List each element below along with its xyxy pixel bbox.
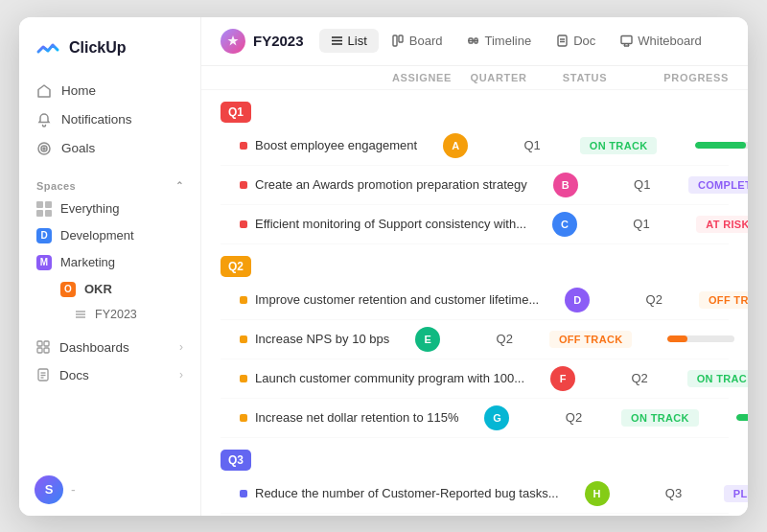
- svg-rect-9: [44, 348, 49, 353]
- tab-doc-label: Doc: [573, 34, 595, 48]
- tab-doc[interactable]: Doc: [545, 29, 607, 53]
- docs-chevron: ›: [179, 368, 183, 382]
- space-label-marketing: Marketing: [60, 255, 115, 269]
- table-row[interactable]: Reduce the number of Customer-Reported b…: [221, 474, 729, 514]
- sidebar-nav: Home Notifications Goals: [19, 73, 200, 167]
- list-icon: [75, 309, 86, 320]
- topbar: FY2023 List Board: [201, 17, 748, 66]
- whiteboard-tab-icon: [620, 35, 633, 47]
- avatar: E: [415, 327, 440, 352]
- task-text: Improve customer retention and customer …: [255, 292, 539, 307]
- task-name-cell: Reduce the number of Customer-Reported b…: [240, 486, 559, 500]
- sidebar-item-dashboards[interactable]: Dashboards ›: [27, 334, 193, 361]
- list-tab-icon: [331, 35, 343, 47]
- assignee-cell: H: [559, 481, 636, 506]
- header-assignee: ASSIGNEE: [384, 72, 460, 83]
- marketing-icon: M: [36, 255, 52, 270]
- tab-board[interactable]: Board: [381, 29, 454, 53]
- progress-fill: [736, 414, 748, 421]
- status-badge: OFF TRACK: [549, 331, 633, 348]
- sidebar-item-goals[interactable]: Goals: [27, 134, 193, 163]
- task-dot: [240, 490, 247, 497]
- status-cell: ON TRACK: [570, 137, 666, 154]
- avatar: F: [550, 366, 575, 391]
- sidebar: ClickUp Home Notifications: [19, 17, 201, 516]
- dashboards-chevron: ›: [179, 340, 183, 354]
- space-item-everything[interactable]: Everything: [27, 196, 193, 222]
- status-badge: ON TRACK: [621, 409, 699, 427]
- space-label-development: Development: [60, 228, 134, 243]
- sidebar-label-goals: Goals: [61, 141, 95, 155]
- tab-whiteboard[interactable]: Whiteboard: [609, 29, 712, 53]
- user-avatar-section: S -: [19, 464, 200, 516]
- task-name-cell: Improve customer retention and customer …: [240, 292, 539, 307]
- task-text: Increase NPS by 10 bps: [255, 332, 389, 346]
- tab-timeline-label: Timeline: [484, 34, 531, 48]
- task-dot: [240, 142, 247, 150]
- topbar-title-text: FY2023: [253, 33, 304, 49]
- development-icon: D: [36, 228, 52, 243]
- tab-timeline[interactable]: Timeline: [455, 29, 543, 53]
- quarter-badge-q1: Q1: [221, 102, 251, 123]
- task-name-cell: Launch customer community program with 1…: [240, 371, 524, 385]
- quarter-cell: Q2: [535, 410, 612, 425]
- tab-whiteboard-label: Whiteboard: [638, 34, 701, 48]
- user-avatar[interactable]: S: [35, 475, 63, 504]
- sidebar-label-home: Home: [61, 83, 96, 98]
- quarter-cell: Q1: [494, 138, 570, 152]
- quarter-badge-q2: Q2: [221, 256, 251, 277]
- app-window: ClickUp Home Notifications: [19, 17, 748, 516]
- assignee-cell: C: [526, 212, 603, 237]
- logo: ClickUp: [19, 17, 200, 73]
- sidebar-item-fy2023[interactable]: FY2023: [27, 303, 193, 326]
- progress-fill: [695, 142, 746, 149]
- table-row[interactable]: Create manager development programs A Q3…: [221, 514, 729, 516]
- tab-list[interactable]: List: [319, 29, 379, 53]
- goals-icon: [36, 141, 52, 156]
- table-row[interactable]: Improve customer retention and customer …: [221, 281, 729, 320]
- progress-cell: [666, 142, 748, 149]
- quarter-cell: Q2: [616, 292, 692, 307]
- task-dot: [240, 220, 247, 228]
- progress-cell: [708, 414, 748, 421]
- sidebar-item-docs[interactable]: Docs ›: [27, 361, 193, 389]
- board-tab-icon: [392, 35, 405, 47]
- dashboards-icon: [36, 340, 50, 354]
- header-task: [221, 72, 384, 83]
- quarter-cell: Q1: [603, 217, 680, 231]
- everything-icon: [36, 201, 52, 217]
- table-row[interactable]: Create an Awards promotion preparation s…: [221, 166, 729, 205]
- task-text: Efficient monitoring of Support consiste…: [255, 217, 526, 231]
- doc-tab-icon: [556, 35, 569, 47]
- spaces-section-header: Spaces ⌃: [19, 167, 200, 196]
- fy2023-icon: [221, 29, 245, 54]
- sidebar-item-home[interactable]: Home: [27, 77, 193, 105]
- table-row[interactable]: Boost employee engagement A Q1 ON TRACK: [221, 127, 729, 166]
- quarter-cell: Q1: [604, 177, 681, 192]
- table-row[interactable]: Increase net dollar retention to 115% G …: [221, 399, 729, 438]
- task-name-cell: Efficient monitoring of Support consiste…: [240, 217, 526, 231]
- assignee-cell: A: [417, 133, 494, 158]
- sidebar-label-notifications: Notifications: [61, 112, 132, 127]
- table-row[interactable]: Efficient monitoring of Support consiste…: [221, 205, 729, 244]
- space-item-marketing[interactable]: M Marketing: [27, 249, 193, 276]
- sidebar-label-fy2023: FY2023: [95, 308, 137, 321]
- timeline-tab-icon: [467, 35, 479, 47]
- status-cell: ON TRACK: [678, 370, 748, 387]
- sidebar-item-okr[interactable]: O OKR: [27, 276, 193, 303]
- svg-rect-6: [37, 341, 42, 346]
- task-dot: [240, 335, 247, 343]
- progress-fill: [667, 335, 687, 342]
- assignee-cell: F: [524, 366, 601, 391]
- table-row[interactable]: Launch customer community program with 1…: [221, 359, 729, 399]
- sidebar-item-notifications[interactable]: Notifications: [27, 105, 193, 134]
- progress-cell: [639, 335, 734, 342]
- sidebar-label-okr: OKR: [84, 282, 112, 296]
- tab-list-label: List: [348, 34, 367, 48]
- spaces-chevron[interactable]: ⌃: [175, 180, 183, 191]
- status-badge: ON TRACK: [687, 370, 748, 387]
- table-row[interactable]: Increase NPS by 10 bps E Q2 OFF TRACK: [221, 320, 729, 359]
- space-item-development[interactable]: D Development: [27, 222, 193, 249]
- quarter-badge-q3: Q3: [221, 450, 251, 471]
- quarter-q2-section: Q2 Improve customer retention and custom…: [221, 256, 729, 438]
